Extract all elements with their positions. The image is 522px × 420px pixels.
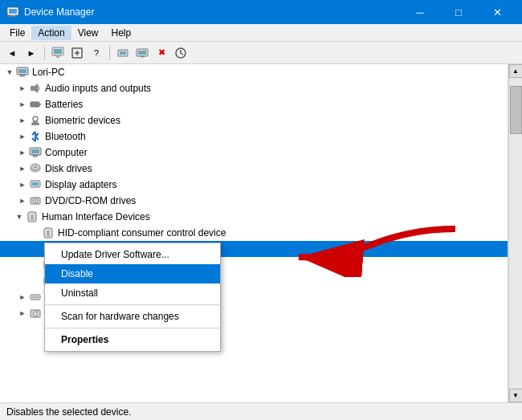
tree-item-hid[interactable]: ▼ Human Interface Devices [0, 209, 508, 225]
context-menu: Update Driver Software... Disable Uninst… [44, 243, 221, 352]
hid-consumer-label: HID-compliant consumer control device [58, 227, 226, 239]
toolbar-forward[interactable]: ► [22, 44, 40, 62]
menu-view[interactable]: View [71, 26, 105, 40]
svg-rect-5 [54, 49, 62, 54]
minimize-button[interactable]: ─ [402, 0, 438, 24]
biometric-icon [29, 114, 42, 127]
menu-file[interactable]: File [3, 26, 31, 40]
ctx-sep-1 [45, 304, 220, 305]
hid-icon [26, 210, 39, 223]
dvd-label: DVD/CD-ROM drives [45, 195, 136, 206]
title-bar: Device Manager ─ □ ✕ [0, 0, 522, 24]
menu-bar: File Action View Help [0, 24, 522, 42]
toolbar-back[interactable]: ◄ [3, 44, 21, 62]
display-small-icon [29, 178, 42, 191]
bluetooth-label: Bluetooth [45, 131, 86, 142]
ctx-sep-2 [45, 328, 220, 328]
toolbar-properties[interactable] [49, 44, 67, 62]
computer-label: Computer [45, 147, 88, 158]
svg-rect-7 [56, 56, 59, 58]
expand-hid[interactable]: ▼ [13, 210, 26, 223]
app-icon [6, 6, 19, 18]
svg-point-25 [34, 166, 37, 168]
root-label: Lori-PC [32, 67, 65, 78]
svg-point-20 [33, 116, 38, 121]
scan-icon [71, 47, 84, 59]
tree-item-bluetooth[interactable]: ► Bluetooth [0, 128, 508, 145]
expand-computer[interactable]: ► [16, 146, 29, 159]
expand-ide[interactable]: ► [16, 291, 29, 304]
ctx-uninstall[interactable]: Uninstall [45, 283, 220, 303]
toolbar-sep-2 [109, 46, 110, 60]
toolbar-update[interactable] [172, 44, 190, 62]
svg-rect-3 [9, 16, 17, 17]
svg-rect-27 [32, 182, 39, 186]
expand-display[interactable]: ► [16, 178, 29, 191]
hid-label: Human Interface Devices [42, 211, 150, 222]
audio-label: Audio inputs and outputs [45, 83, 151, 94]
computer-small-icon [29, 146, 42, 159]
svg-rect-22 [31, 149, 39, 153]
scroll-track[interactable] [509, 78, 522, 389]
main-panel: ▼ Lori-PC ► Audio inputs and outputs [0, 64, 522, 402]
title-bar-left: Device Manager [6, 6, 94, 18]
expand-biometric[interactable]: ► [16, 114, 29, 127]
display-label: Display adapters [45, 179, 116, 190]
expand-bluetooth[interactable]: ► [16, 130, 29, 143]
scroll-up[interactable]: ▲ [509, 64, 523, 78]
tree-item-display[interactable]: ► Display adapters [0, 177, 508, 193]
svg-rect-1 [9, 9, 17, 14]
expand-root[interactable]: ▼ [3, 66, 16, 79]
expand-disk[interactable]: ► [16, 162, 29, 175]
computer-icon [16, 66, 29, 79]
scroll-thumb[interactable] [510, 86, 522, 134]
battery-icon [29, 98, 42, 111]
ctx-scan[interactable]: Scan for hardware changes [45, 307, 220, 326]
hid-consumer-icon [42, 226, 55, 239]
tree-item-biometric[interactable]: ► Biometric devices [0, 112, 508, 128]
ctx-disable[interactable]: Disable [45, 264, 220, 283]
menu-action[interactable]: Action [31, 26, 71, 40]
toolbar-scan[interactable] [68, 44, 86, 62]
svg-point-35 [47, 230, 50, 234]
toolbar-network[interactable] [114, 44, 132, 62]
ctx-update[interactable]: Update Driver Software... [45, 245, 220, 264]
status-bar: Disables the selected device. [0, 402, 522, 420]
expand-dvd[interactable]: ► [16, 194, 29, 207]
menu-help[interactable]: Help [105, 26, 138, 40]
tree-item-audio[interactable]: ► Audio inputs and outputs [0, 80, 508, 96]
scroll-down[interactable]: ▼ [509, 389, 523, 402]
svg-point-50 [37, 310, 39, 312]
bluetooth-icon [29, 130, 42, 143]
batteries-label: Batteries [45, 99, 83, 110]
dvd-icon [29, 194, 42, 207]
toolbar-delete[interactable]: ✖ [153, 44, 170, 62]
svg-rect-19 [32, 104, 37, 105]
svg-rect-47 [32, 296, 39, 298]
ide-icon [29, 291, 42, 304]
maximize-button[interactable]: □ [440, 0, 477, 24]
tree-item-dvd[interactable]: ► DVD/CD-ROM drives [0, 193, 508, 209]
tree-item-batteries[interactable]: ► Batteries [0, 96, 508, 112]
audio-icon [29, 82, 42, 95]
svg-rect-33 [31, 218, 34, 220]
window-title: Device Manager [24, 6, 94, 18]
tree-item-computer[interactable]: ► Computer [0, 145, 508, 161]
ctx-properties[interactable]: Properties [45, 330, 220, 349]
imaging-icon [29, 307, 42, 320]
toolbar-help[interactable]: ? [88, 44, 105, 62]
tree-item-hid-consumer[interactable]: HID-compliant consumer control device [0, 225, 508, 241]
close-button[interactable]: ✕ [479, 0, 516, 24]
status-text: Disables the selected device. [6, 406, 131, 418]
tree-item-disk[interactable]: ► Disk drives [0, 161, 508, 177]
expand-batteries[interactable]: ► [16, 98, 29, 111]
expand-audio[interactable]: ► [16, 82, 29, 95]
tree-item-root[interactable]: ▼ Lori-PC [0, 64, 508, 80]
toolbar-sep-1 [44, 46, 45, 60]
toolbar-display[interactable] [133, 44, 151, 62]
svg-rect-36 [47, 234, 50, 236]
expand-imaging[interactable]: ► [16, 307, 29, 320]
disk-icon [29, 162, 42, 175]
svg-rect-10 [120, 51, 126, 55]
properties-icon [51, 47, 64, 59]
